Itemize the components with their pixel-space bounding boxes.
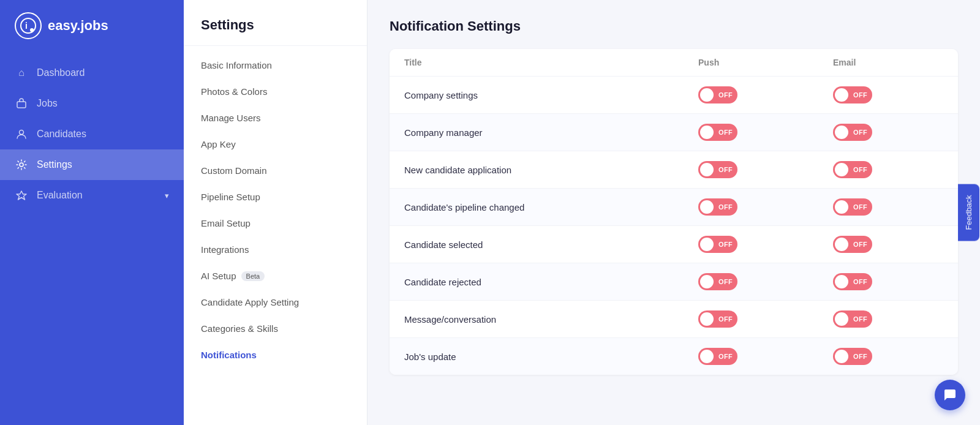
sidebar-item-label: Evaluation bbox=[37, 190, 83, 201]
email-toggle-new-candidate-application[interactable]: OFF bbox=[833, 161, 943, 178]
email-toggle-jobs-update[interactable]: OFF bbox=[833, 348, 943, 365]
candidates-icon bbox=[15, 127, 28, 141]
push-toggle-jobs-update[interactable]: OFF bbox=[698, 348, 833, 365]
settings-menu-categories-skills[interactable]: Categories & Skills bbox=[184, 315, 367, 342]
settings-menu-ai-setup[interactable]: AI Setup Beta bbox=[184, 263, 367, 289]
sidebar-navigation: ⌂ Dashboard Jobs Candidates bbox=[0, 51, 184, 217]
chat-button[interactable] bbox=[935, 380, 965, 410]
settings-menu-item-label: Candidate Apply Setting bbox=[201, 297, 299, 307]
email-toggle-candidates-pipeline-changed[interactable]: OFF bbox=[833, 198, 943, 216]
push-toggle-candidate-rejected[interactable]: OFF bbox=[698, 273, 833, 290]
push-toggle-company-settings[interactable]: OFF bbox=[698, 86, 833, 103]
push-toggle-track-new-candidate-application[interactable]: OFF bbox=[698, 161, 737, 178]
settings-menu-item-label: Notifications bbox=[201, 350, 257, 360]
settings-panel: Settings Basic Information Photos & Colo… bbox=[184, 0, 368, 425]
push-toggle-track-company-settings[interactable]: OFF bbox=[698, 86, 737, 103]
settings-menu-item-label: Email Setup bbox=[201, 218, 251, 228]
email-toggle-track-company-manager[interactable]: OFF bbox=[833, 124, 872, 141]
settings-menu-item-label: Photos & Colors bbox=[201, 86, 267, 97]
settings-menu-integrations[interactable]: Integrations bbox=[184, 236, 367, 263]
sidebar-item-dashboard[interactable]: ⌂ Dashboard bbox=[0, 58, 184, 88]
settings-menu-candidate-apply-setting[interactable]: Candidate Apply Setting bbox=[184, 289, 367, 315]
settings-menu-item-label: AI Setup bbox=[201, 271, 236, 281]
table-row: Candidate's pipeline changed OFF OFF bbox=[390, 189, 958, 226]
sidebar-item-jobs[interactable]: Jobs bbox=[0, 88, 184, 119]
settings-menu-custom-domain[interactable]: Custom Domain bbox=[184, 157, 367, 184]
email-toggle-track-candidate-selected[interactable]: OFF bbox=[833, 236, 872, 253]
email-toggle-track-new-candidate-application[interactable]: OFF bbox=[833, 161, 872, 178]
table-row: Candidate rejected OFF OFF bbox=[390, 263, 958, 301]
settings-menu-app-key[interactable]: App Key bbox=[184, 131, 367, 157]
email-toggle-message-conversation[interactable]: OFF bbox=[833, 310, 943, 328]
settings-menu-item-label: Custom Domain bbox=[201, 165, 267, 176]
settings-menu-notifications[interactable]: Notifications bbox=[184, 342, 367, 368]
feedback-button[interactable]: Feedback bbox=[958, 184, 979, 241]
settings-menu-item-label: Basic Information bbox=[201, 60, 272, 70]
row-title-jobs-update: Job's update bbox=[404, 352, 698, 362]
settings-menu-basic-information[interactable]: Basic Information bbox=[184, 52, 367, 78]
row-title-candidate-rejected: Candidate rejected bbox=[404, 277, 698, 287]
email-toggle-track-message-conversation[interactable]: OFF bbox=[833, 310, 872, 328]
settings-menu-item-label: App Key bbox=[201, 139, 236, 149]
email-toggle-candidate-rejected[interactable]: OFF bbox=[833, 273, 943, 290]
sidebar-item-label: Jobs bbox=[37, 98, 58, 109]
push-toggle-message-conversation[interactable]: OFF bbox=[698, 310, 833, 328]
logo-icon: i bbox=[15, 12, 42, 39]
email-toggle-company-settings[interactable]: OFF bbox=[833, 86, 943, 103]
push-toggle-track-message-conversation[interactable]: OFF bbox=[698, 310, 737, 328]
email-toggle-track-candidates-pipeline-changed[interactable]: OFF bbox=[833, 198, 872, 216]
sidebar: i easy.jobs ⌂ Dashboard Jobs bbox=[0, 0, 184, 425]
settings-menu-email-setup[interactable]: Email Setup bbox=[184, 210, 367, 236]
settings-menu: Basic Information Photos & Colors Manage… bbox=[184, 46, 367, 374]
settings-icon bbox=[15, 158, 28, 171]
settings-menu-item-label: Manage Users bbox=[201, 113, 261, 123]
push-toggle-track-candidates-pipeline-changed[interactable]: OFF bbox=[698, 198, 737, 216]
settings-menu-manage-users[interactable]: Manage Users bbox=[184, 105, 367, 131]
chevron-down-icon: ▾ bbox=[165, 191, 169, 200]
email-toggle-track-jobs-update[interactable]: OFF bbox=[833, 348, 872, 365]
svg-point-2 bbox=[30, 28, 34, 32]
table-row: Candidate selected OFF OFF bbox=[390, 226, 958, 263]
sidebar-item-label: Dashboard bbox=[37, 67, 85, 78]
row-title-new-candidate-application: New candidate application bbox=[404, 165, 698, 175]
row-title-company-manager: Company manager bbox=[404, 127, 698, 138]
sidebar-item-evaluation[interactable]: Evaluation ▾ bbox=[0, 180, 184, 211]
push-toggle-candidate-selected[interactable]: OFF bbox=[698, 236, 833, 253]
sidebar-item-candidates[interactable]: Candidates bbox=[0, 119, 184, 149]
table-row: Company manager OFF OFF bbox=[390, 114, 958, 151]
row-title-message-conversation: Message/conversation bbox=[404, 314, 698, 325]
svg-point-4 bbox=[20, 130, 24, 135]
push-toggle-new-candidate-application[interactable]: OFF bbox=[698, 161, 833, 178]
svg-text:i: i bbox=[25, 21, 28, 31]
svg-point-5 bbox=[20, 163, 23, 167]
sidebar-item-settings[interactable]: Settings bbox=[0, 149, 184, 180]
settings-menu-pipeline-setup[interactable]: Pipeline Setup bbox=[184, 184, 367, 210]
row-title-candidates-pipeline-changed: Candidate's pipeline changed bbox=[404, 202, 698, 212]
header-push: Push bbox=[698, 58, 833, 67]
svg-rect-3 bbox=[17, 102, 26, 108]
notification-table: Title Push Email Company settings OFF bbox=[390, 49, 958, 375]
push-toggle-candidates-pipeline-changed[interactable]: OFF bbox=[698, 198, 833, 216]
settings-menu-photos-colors[interactable]: Photos & Colors bbox=[184, 78, 367, 105]
email-toggle-track-candidate-rejected[interactable]: OFF bbox=[833, 273, 872, 290]
table-header: Title Push Email bbox=[390, 49, 958, 77]
push-toggle-track-candidate-rejected[interactable]: OFF bbox=[698, 273, 737, 290]
push-toggle-track-company-manager[interactable]: OFF bbox=[698, 124, 737, 141]
email-toggle-candidate-selected[interactable]: OFF bbox=[833, 236, 943, 253]
table-row: Company settings OFF OFF bbox=[390, 77, 958, 114]
email-toggle-track-company-settings[interactable]: OFF bbox=[833, 86, 872, 103]
email-toggle-company-manager[interactable]: OFF bbox=[833, 124, 943, 141]
push-toggle-track-jobs-update[interactable]: OFF bbox=[698, 348, 737, 365]
header-title: Title bbox=[404, 58, 698, 67]
header-email: Email bbox=[833, 58, 943, 67]
logo-text: easy.jobs bbox=[48, 18, 108, 34]
settings-menu-item-label: Integrations bbox=[201, 244, 249, 255]
push-toggle-track-candidate-selected[interactable]: OFF bbox=[698, 236, 737, 253]
settings-panel-title: Settings bbox=[184, 0, 367, 46]
sidebar-item-label: Candidates bbox=[37, 129, 86, 140]
table-body: Company settings OFF OFF Compan bbox=[390, 77, 958, 375]
evaluation-icon bbox=[15, 189, 28, 202]
notification-settings-area: Notification Settings Title Push Email C… bbox=[368, 0, 980, 425]
push-toggle-company-manager[interactable]: OFF bbox=[698, 124, 833, 141]
row-title-company-settings: Company settings bbox=[404, 90, 698, 100]
